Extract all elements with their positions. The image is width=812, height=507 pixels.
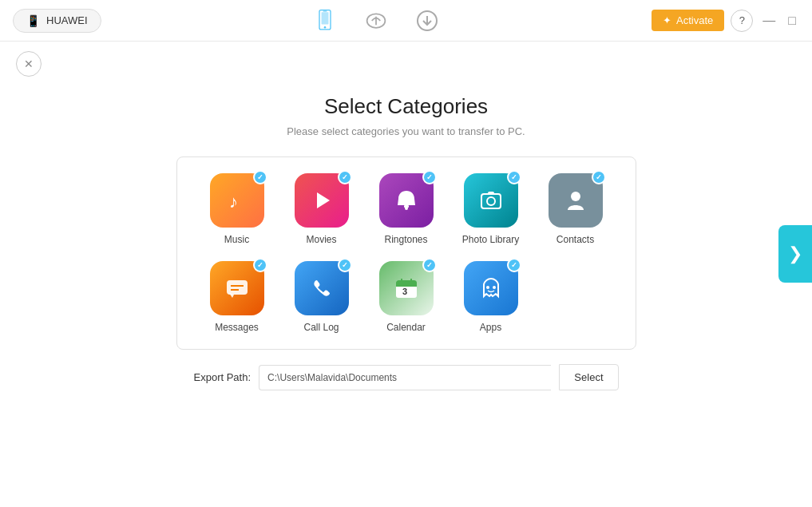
ringtones-icon-wrap bbox=[379, 173, 434, 228]
contacts-check bbox=[592, 170, 606, 184]
window-controls: — □ bbox=[759, 13, 799, 29]
close-icon: ✕ bbox=[24, 57, 34, 70]
contacts-icon-wrap bbox=[549, 173, 603, 228]
photo-library-label: Photo Library bbox=[462, 234, 519, 245]
category-call-log[interactable]: Call Log bbox=[286, 261, 358, 333]
device-pill[interactable]: 📱 HUAWEI bbox=[13, 9, 101, 33]
movies-check bbox=[338, 170, 352, 184]
next-arrow-button[interactable]: ❯ bbox=[778, 225, 812, 283]
svg-point-13 bbox=[487, 197, 495, 205]
main-content: Select Categories Please select categori… bbox=[0, 86, 812, 390]
messages-icon-wrap bbox=[210, 261, 264, 315]
call-log-check bbox=[338, 258, 352, 272]
music-icon-wrap: ♪ bbox=[210, 173, 264, 228]
svg-rect-12 bbox=[481, 194, 501, 208]
activate-label: Activate bbox=[676, 14, 713, 26]
call-log-label: Call Log bbox=[303, 322, 339, 333]
category-music[interactable]: ♪ Music bbox=[201, 173, 273, 245]
movies-icon-wrap bbox=[295, 173, 349, 228]
photo-library-check bbox=[507, 170, 521, 184]
music-label: Music bbox=[224, 234, 249, 245]
categories-box: ♪ Music Movies bbox=[176, 156, 636, 350]
calendar-check bbox=[422, 258, 437, 272]
category-apps[interactable]: Apps bbox=[455, 261, 527, 333]
select-button[interactable]: Select bbox=[559, 364, 618, 390]
messages-label: Messages bbox=[215, 322, 259, 333]
calendar-label: Calendar bbox=[386, 322, 426, 333]
ringtones-check bbox=[422, 170, 437, 184]
category-messages[interactable]: Messages bbox=[201, 261, 273, 333]
svg-rect-3 bbox=[323, 10, 327, 11]
photo-library-icon-wrap bbox=[464, 173, 518, 228]
svg-text:♪: ♪ bbox=[229, 192, 238, 212]
svg-point-11 bbox=[405, 207, 408, 210]
help-button[interactable]: ? bbox=[731, 10, 753, 32]
svg-rect-14 bbox=[488, 192, 494, 195]
title-bar: 📱 HUAWEI bbox=[0, 0, 812, 42]
apps-icon-wrap bbox=[464, 261, 518, 315]
back-button[interactable]: ✕ bbox=[16, 51, 42, 77]
ringtones-label: Ringtones bbox=[384, 234, 427, 245]
export-path-label: Export Path: bbox=[194, 371, 252, 383]
category-ringtones[interactable]: Ringtones bbox=[370, 173, 442, 245]
backup-nav-icon[interactable] bbox=[363, 8, 389, 34]
category-movies[interactable]: Movies bbox=[286, 173, 358, 245]
back-area: ✕ bbox=[0, 42, 812, 86]
categories-row-1: ♪ Music Movies bbox=[201, 173, 612, 245]
calendar-icon-wrap: 3 bbox=[379, 261, 434, 315]
next-arrow-icon: ❯ bbox=[788, 244, 802, 264]
activate-icon: ✦ bbox=[663, 14, 671, 26]
svg-point-26 bbox=[493, 286, 496, 289]
messages-check bbox=[253, 258, 267, 272]
download-nav-icon[interactable] bbox=[414, 8, 440, 34]
export-row: Export Path: Select bbox=[191, 364, 622, 390]
device-name: HUAWEI bbox=[46, 14, 88, 26]
page-title: Select Categories bbox=[324, 94, 488, 119]
svg-rect-1 bbox=[322, 12, 329, 24]
page-subtitle: Please select categories you want to tra… bbox=[287, 125, 525, 137]
svg-marker-9 bbox=[317, 192, 330, 208]
svg-text:3: 3 bbox=[402, 287, 407, 296]
title-bar-right: ✦ Activate ? — □ bbox=[652, 10, 799, 32]
contacts-label: Contacts bbox=[557, 234, 594, 245]
svg-point-25 bbox=[486, 286, 489, 289]
apps-label: Apps bbox=[480, 322, 501, 333]
title-bar-center bbox=[312, 8, 440, 34]
movies-label: Movies bbox=[306, 234, 336, 245]
help-icon: ? bbox=[739, 14, 745, 26]
maximize-button[interactable]: □ bbox=[785, 13, 799, 29]
category-photo-library[interactable]: Photo Library bbox=[455, 173, 527, 245]
activate-button[interactable]: ✦ Activate bbox=[652, 10, 724, 31]
category-calendar[interactable]: 3 Calendar bbox=[370, 261, 442, 333]
apps-check bbox=[507, 258, 521, 272]
minimize-button[interactable]: — bbox=[759, 13, 778, 29]
category-contacts[interactable]: Contacts bbox=[540, 173, 612, 245]
phone-nav-icon[interactable] bbox=[312, 8, 338, 34]
svg-point-2 bbox=[324, 26, 327, 29]
music-check bbox=[253, 170, 267, 184]
svg-rect-16 bbox=[227, 280, 248, 295]
categories-row-2: Messages Call Log bbox=[201, 261, 612, 333]
export-path-input[interactable] bbox=[259, 365, 551, 390]
call-log-icon-wrap bbox=[295, 261, 349, 315]
svg-point-15 bbox=[571, 192, 580, 201]
device-icon: 📱 bbox=[26, 14, 40, 27]
